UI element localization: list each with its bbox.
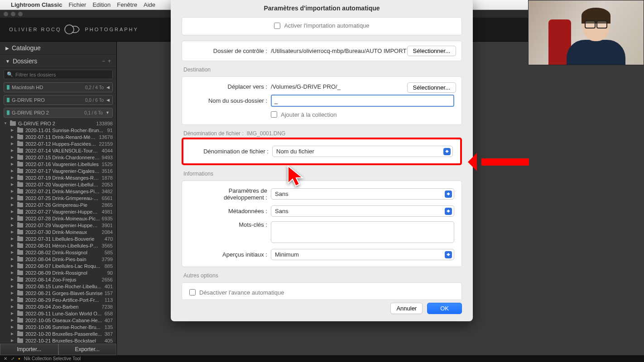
folder-row[interactable]: ▶2022-07-11 Drink-Renard-Mésan...13678: [0, 133, 116, 140]
export-button[interactable]: Exporter...: [58, 343, 117, 355]
enable-checkbox-input[interactable]: [274, 23, 280, 29]
dev-dropdown[interactable]: Sans: [271, 188, 454, 200]
folder-row[interactable]: ▶2022-07-29 Vaugrenier-Huppes-...3901: [0, 222, 116, 229]
folder-row[interactable]: ▶2022-08-02 Drink-Rossignol585: [0, 249, 116, 256]
previews-dropdown[interactable]: Minimum: [271, 249, 454, 260]
drive-stat: 0,0 / 6 To: [85, 98, 104, 103]
folder-name: 2022-07-15 Drink-Chardonneret...: [25, 155, 100, 160]
folder-row[interactable]: ▶2022-09-04 Zoo-Barben7238: [0, 303, 116, 310]
folder-row[interactable]: ▶2022-08-29 Feu-Artifice-Port-Fr...113: [0, 296, 116, 303]
move-select-button[interactable]: Sélectionner...: [407, 82, 456, 93]
ok-button[interactable]: OK: [427, 303, 462, 314]
folder-row[interactable]: ▶2022-08-04 Drink-Pies-bain3799: [0, 256, 116, 262]
minimize-dot[interactable]: [11, 12, 15, 16]
subfolder-label: Nom du sous-dossier :: [189, 97, 271, 104]
folder-row[interactable]: ▶2022-08-07 Libellules-Lac Roqu...885: [0, 262, 116, 269]
folder-filter-placeholder: Filtrer les dossiers: [15, 72, 56, 77]
folder-row[interactable]: ▶2022-07-20 Vaugrenier-Libellule...2053: [0, 181, 116, 188]
folder-row[interactable]: ▶2022-07-28 Drink-Moineaux-Pic...6935: [0, 215, 116, 222]
cancel-button[interactable]: Annuler: [390, 303, 423, 314]
folder-row[interactable]: ▶2022-08-14 Zoo-Frejus2656: [0, 276, 116, 283]
folder-count: 470: [105, 236, 113, 242]
folder-name: 2022-07-17 Vaugrenier-Cigales-...: [25, 168, 100, 174]
folder-row[interactable]: ▶2022-07-31 Libellules-Bouverie470: [0, 235, 116, 242]
plus-icon[interactable]: +: [108, 58, 111, 64]
zoom-dot[interactable]: [18, 12, 23, 16]
drive-stat: 0,2 / 4 To: [85, 85, 104, 90]
expand-icon[interactable]: ⤢: [11, 356, 14, 361]
close-icon[interactable]: ✕: [4, 356, 7, 361]
minus-icon[interactable]: −: [102, 58, 105, 64]
drive-gdrive2[interactable]: G-DRIVE PRO 20,1 / 6 To▼: [4, 108, 113, 118]
import-button[interactable]: Importer...: [0, 343, 58, 355]
folder-row[interactable]: ▶2022-10-05 Oiseaux-Cabane-He...407: [0, 317, 116, 324]
folder-icon: [17, 223, 23, 228]
folder-row[interactable]: ▶2022-07-16 Vaugrenier-Libellules1525: [0, 161, 116, 167]
folder-row[interactable]: ▶2022-08-15 Lune-Rocher-Libellu...401: [0, 283, 116, 290]
folder-count: 3565: [102, 243, 113, 248]
folder-row[interactable]: ▶2022-07-21 Drink-Mésanges-Pic...3482: [0, 188, 116, 195]
folder-row[interactable]: ▶2020-11-01 Sunrise-Rocher-Brun...91: [0, 127, 116, 133]
folder-name: 2022-08-14 Zoo-Frejus: [25, 277, 100, 282]
folder-icon: [17, 196, 23, 200]
logo-text-right: PHOTOGRAPHY: [85, 27, 138, 32]
folder-row[interactable]: ▶2022-07-19 Drink-Mésanges-Ro...1878: [0, 174, 116, 181]
folder-row[interactable]: ▶2022-10-21 Bruxelles-Bockstael405: [0, 337, 116, 343]
folder-tree[interactable]: ▼G-DRIVE PRO 2133898 ▶2020-11-01 Sunrise…: [0, 120, 116, 343]
disable-auto-input[interactable]: [189, 289, 196, 295]
menubar-fenetre[interactable]: Fenêtre: [117, 1, 137, 8]
subfolder-input[interactable]: [271, 95, 454, 107]
add-collection-input[interactable]: [271, 111, 277, 118]
panel-catalogue[interactable]: ▶Catalogue: [0, 42, 116, 55]
move-label: Déplacer vers :: [189, 83, 271, 90]
folder-count: 135: [105, 324, 113, 330]
folder-row[interactable]: ▶2022-07-30 Drink-Moineaux2084: [0, 229, 116, 235]
menubar-fichier[interactable]: Fichier: [68, 1, 86, 8]
disable-auto-checkbox[interactable]: Désactiver l'avance automatique: [189, 289, 284, 296]
meta-value: Sans: [275, 208, 288, 214]
add-collection-checkbox[interactable]: Ajouter à la collection: [271, 111, 337, 118]
menubar-app[interactable]: Lightroom Classic: [11, 1, 62, 8]
dev-value: Sans: [275, 191, 288, 197]
folder-name: 2022-10-05 Oiseaux-Cabane-He...: [25, 318, 103, 323]
watch-select-button[interactable]: Sélectionner...: [407, 46, 456, 56]
enable-checkbox[interactable]: Activer l'importation automatique: [274, 22, 369, 29]
folder-name: 2022-10-06 Sunrise-Rocher-Bru...: [25, 324, 103, 330]
folder-row[interactable]: ▶2022-09-11 Lune-Salon World O...658: [0, 310, 116, 317]
folder-name: 2022-08-29 Feu-Artifice-Port-Fr...: [25, 297, 103, 303]
chevron-updown-icon: [443, 148, 451, 155]
drive-gdrive[interactable]: G-DRIVE PRO0,0 / 6 To◀: [4, 95, 113, 105]
folder-filter[interactable]: 🔍 Filtrer les dossiers: [4, 70, 113, 79]
drive-macintosh[interactable]: Macintosh HD0,2 / 4 To◀: [4, 82, 113, 92]
folder-row[interactable]: ▶2022-07-25 Drink-Grimpereau-P...6561: [0, 195, 116, 201]
folder-count: 1525: [102, 162, 113, 167]
folder-row[interactable]: ▶2022-10-06 Sunrise-Rocher-Bru...135: [0, 324, 116, 330]
folder-row[interactable]: ▶2022-08-21 Gorges-Blavet-Sunrise157: [0, 290, 116, 296]
folder-row[interactable]: ▶2022-07-17 Vaugrenier-Cigales-...3516: [0, 167, 116, 174]
panel-dossiers[interactable]: ▼Dossiers −+: [0, 55, 116, 68]
folder-row[interactable]: ▶2022-10-20 Bruxelles-Passerelle...387: [0, 330, 116, 337]
folder-name: 2022-07-31 Libellules-Bouverie: [25, 236, 103, 242]
folder-row[interactable]: ▶2022-08-09 Drink-Rossignol90: [0, 269, 116, 276]
folder-root[interactable]: ▼G-DRIVE PRO 2133898: [0, 120, 116, 127]
folder-row[interactable]: ▶2022-07-26 Grimpereau-Pie2865: [0, 201, 116, 208]
naming-dropdown[interactable]: Nom du fichier: [272, 146, 453, 157]
close-dot[interactable]: [4, 12, 8, 16]
menubar-edition[interactable]: Edition: [92, 1, 111, 8]
keywords-input[interactable]: [271, 221, 454, 243]
folder-name: 2022-08-15 Lune-Rocher-Libellu...: [25, 284, 103, 289]
folder-count: 91: [107, 128, 113, 133]
folder-row[interactable]: ▶2022-07-14 VALENSOLE-Tourne...4044: [0, 147, 116, 154]
auto-import-dialog: Paramètres d'importation automatique Act…: [171, 0, 473, 321]
folder-row[interactable]: ▶2022-07-12 Huppes-Fasciées-Cig...22159: [0, 140, 116, 147]
menubar-aide[interactable]: Aide: [144, 1, 155, 8]
meta-dropdown[interactable]: Sans: [271, 205, 454, 217]
folder-count: 7238: [102, 304, 113, 310]
folder-name: 2022-08-07 Libellules-Lac Roqu...: [25, 263, 103, 269]
folder-row[interactable]: ▶2022-07-27 Vaugrenier-Huppes-...4981: [0, 208, 116, 215]
folder-count: 3799: [102, 257, 113, 262]
folder-row[interactable]: ▶2022-07-15 Drink-Chardonneret...9493: [0, 154, 116, 161]
folder-count: 1878: [102, 175, 113, 181]
folder-count: 6561: [102, 195, 113, 201]
folder-row[interactable]: ▶2022-08-01 Héron-Libellules-Pa...3565: [0, 242, 116, 249]
